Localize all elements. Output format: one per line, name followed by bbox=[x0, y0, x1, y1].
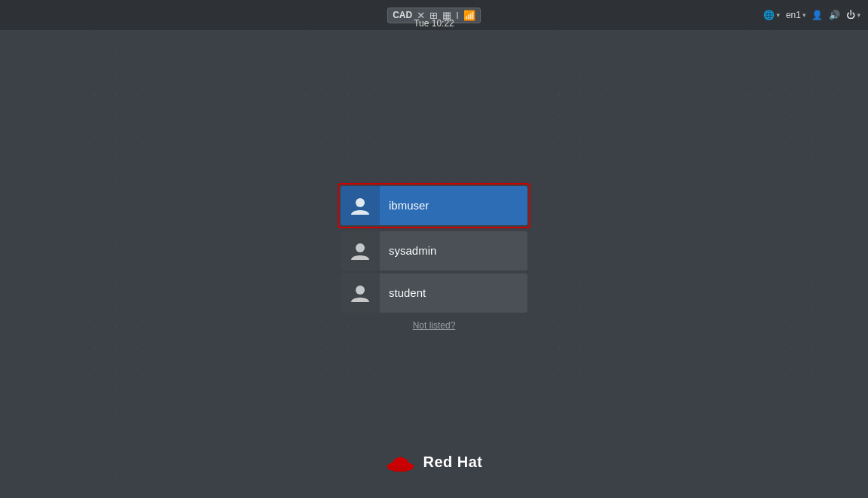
user-list: ibmuser sysadmin student N bbox=[338, 183, 530, 331]
user-item-ibmuser[interactable]: ibmuser bbox=[341, 186, 527, 225]
svg-point-4 bbox=[387, 462, 414, 472]
svg-point-1 bbox=[356, 243, 365, 252]
user-avatar-sysadmin bbox=[341, 231, 380, 270]
cursor-icon[interactable]: I bbox=[456, 10, 459, 21]
svg-point-2 bbox=[356, 286, 365, 295]
user-icon: 👤 bbox=[811, 10, 823, 20]
datetime: Tue 10:22 bbox=[414, 18, 454, 29]
signal-icon[interactable]: 📶 bbox=[463, 10, 475, 21]
svg-point-0 bbox=[356, 198, 365, 207]
cad-label: CAD bbox=[393, 10, 412, 20]
topbar: CAD ✕ ⊞ ▦ I 📶 🌐 ▾ en1 ▾ 👤 🔊 ⏻ ▾ Tue 10:2… bbox=[0, 0, 868, 30]
power-icon: ⏻ bbox=[846, 10, 855, 20]
redhat-logo: Red Hat bbox=[385, 448, 482, 475]
language-label: en1 bbox=[786, 10, 801, 20]
redhat-text: Red Hat bbox=[423, 454, 482, 471]
main-content: ibmuser sysadmin student N bbox=[0, 30, 868, 498]
username-student: student bbox=[380, 286, 426, 299]
username-sysadmin: sysadmin bbox=[380, 244, 436, 257]
selected-user-wrapper: ibmuser bbox=[338, 183, 530, 228]
network-icon: 🌐 bbox=[763, 10, 775, 20]
power-status[interactable]: ⏻ ▾ bbox=[846, 10, 860, 20]
user-item-student[interactable]: student bbox=[341, 273, 527, 313]
volume-status[interactable]: 🔊 bbox=[829, 10, 840, 20]
user-avatar-ibmuser bbox=[341, 186, 380, 225]
network-status[interactable]: 🌐 ▾ bbox=[763, 10, 780, 20]
user-item-sysadmin[interactable]: sysadmin bbox=[341, 231, 527, 270]
username-ibmuser: ibmuser bbox=[380, 199, 429, 212]
language-status[interactable]: en1 ▾ bbox=[786, 10, 806, 20]
volume-icon: 🔊 bbox=[829, 10, 840, 20]
user-status[interactable]: 👤 bbox=[811, 10, 823, 20]
not-listed-link[interactable]: Not listed? bbox=[413, 320, 456, 331]
redhat-hat-icon bbox=[385, 448, 415, 475]
user-avatar-student bbox=[341, 273, 380, 313]
